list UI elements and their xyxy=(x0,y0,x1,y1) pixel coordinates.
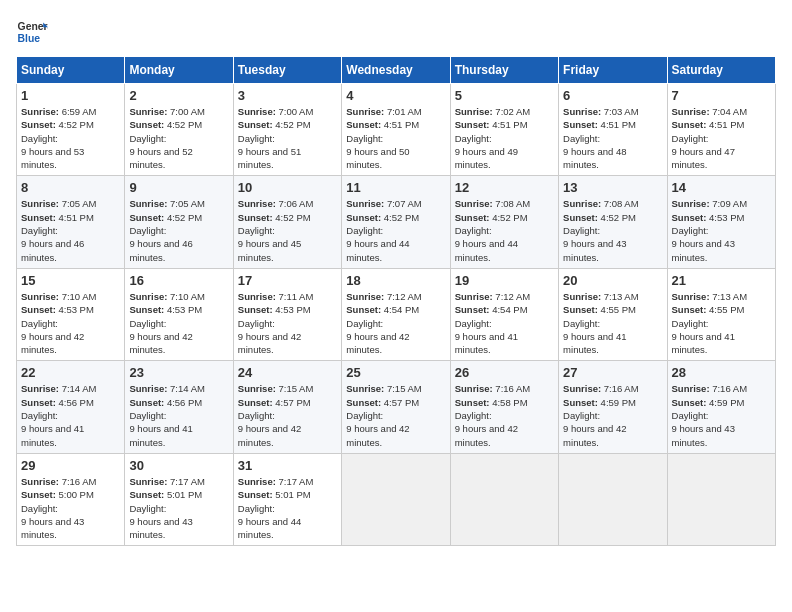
day-detail: Sunrise: 7:12 AM Sunset: 4:54 PM Dayligh… xyxy=(455,290,554,356)
day-detail: Sunrise: 7:16 AM Sunset: 4:59 PM Dayligh… xyxy=(672,382,771,448)
day-cell: 23 Sunrise: 7:14 AM Sunset: 4:56 PM Dayl… xyxy=(125,361,233,453)
day-number: 25 xyxy=(346,365,445,380)
day-detail: Sunrise: 7:08 AM Sunset: 4:52 PM Dayligh… xyxy=(563,197,662,263)
day-detail: Sunrise: 7:01 AM Sunset: 4:51 PM Dayligh… xyxy=(346,105,445,171)
day-cell: 28 Sunrise: 7:16 AM Sunset: 4:59 PM Dayl… xyxy=(667,361,775,453)
day-detail: Sunrise: 7:05 AM Sunset: 4:52 PM Dayligh… xyxy=(129,197,228,263)
day-number: 6 xyxy=(563,88,662,103)
day-cell: 27 Sunrise: 7:16 AM Sunset: 4:59 PM Dayl… xyxy=(559,361,667,453)
day-cell: 21 Sunrise: 7:13 AM Sunset: 4:55 PM Dayl… xyxy=(667,268,775,360)
day-cell: 29 Sunrise: 7:16 AM Sunset: 5:00 PM Dayl… xyxy=(17,453,125,545)
day-detail: Sunrise: 7:10 AM Sunset: 4:53 PM Dayligh… xyxy=(21,290,120,356)
day-cell: 4 Sunrise: 7:01 AM Sunset: 4:51 PM Dayli… xyxy=(342,84,450,176)
day-cell: 17 Sunrise: 7:11 AM Sunset: 4:53 PM Dayl… xyxy=(233,268,341,360)
day-detail: Sunrise: 7:06 AM Sunset: 4:52 PM Dayligh… xyxy=(238,197,337,263)
day-detail: Sunrise: 7:04 AM Sunset: 4:51 PM Dayligh… xyxy=(672,105,771,171)
weekday-header-monday: Monday xyxy=(125,57,233,84)
day-cell: 16 Sunrise: 7:10 AM Sunset: 4:53 PM Dayl… xyxy=(125,268,233,360)
day-number: 10 xyxy=(238,180,337,195)
day-detail: Sunrise: 7:09 AM Sunset: 4:53 PM Dayligh… xyxy=(672,197,771,263)
day-number: 18 xyxy=(346,273,445,288)
day-detail: Sunrise: 7:13 AM Sunset: 4:55 PM Dayligh… xyxy=(672,290,771,356)
day-cell xyxy=(559,453,667,545)
weekday-header-friday: Friday xyxy=(559,57,667,84)
day-cell xyxy=(450,453,558,545)
day-number: 5 xyxy=(455,88,554,103)
day-number: 12 xyxy=(455,180,554,195)
day-number: 28 xyxy=(672,365,771,380)
day-detail: Sunrise: 7:15 AM Sunset: 4:57 PM Dayligh… xyxy=(346,382,445,448)
day-detail: Sunrise: 7:15 AM Sunset: 4:57 PM Dayligh… xyxy=(238,382,337,448)
day-detail: Sunrise: 7:02 AM Sunset: 4:51 PM Dayligh… xyxy=(455,105,554,171)
day-cell: 19 Sunrise: 7:12 AM Sunset: 4:54 PM Dayl… xyxy=(450,268,558,360)
day-detail: Sunrise: 7:16 AM Sunset: 5:00 PM Dayligh… xyxy=(21,475,120,541)
day-number: 20 xyxy=(563,273,662,288)
day-number: 8 xyxy=(21,180,120,195)
day-detail: Sunrise: 7:05 AM Sunset: 4:51 PM Dayligh… xyxy=(21,197,120,263)
day-number: 29 xyxy=(21,458,120,473)
day-number: 14 xyxy=(672,180,771,195)
day-number: 16 xyxy=(129,273,228,288)
day-cell xyxy=(342,453,450,545)
day-detail: Sunrise: 7:11 AM Sunset: 4:53 PM Dayligh… xyxy=(238,290,337,356)
day-detail: Sunrise: 7:17 AM Sunset: 5:01 PM Dayligh… xyxy=(238,475,337,541)
page-header: General Blue xyxy=(16,16,776,48)
weekday-header-saturday: Saturday xyxy=(667,57,775,84)
day-number: 1 xyxy=(21,88,120,103)
day-detail: Sunrise: 7:14 AM Sunset: 4:56 PM Dayligh… xyxy=(129,382,228,448)
day-number: 2 xyxy=(129,88,228,103)
day-detail: Sunrise: 7:16 AM Sunset: 4:58 PM Dayligh… xyxy=(455,382,554,448)
week-row-3: 15 Sunrise: 7:10 AM Sunset: 4:53 PM Dayl… xyxy=(17,268,776,360)
day-number: 26 xyxy=(455,365,554,380)
day-number: 22 xyxy=(21,365,120,380)
day-number: 7 xyxy=(672,88,771,103)
day-cell: 22 Sunrise: 7:14 AM Sunset: 4:56 PM Dayl… xyxy=(17,361,125,453)
logo: General Blue xyxy=(16,16,48,48)
day-cell: 13 Sunrise: 7:08 AM Sunset: 4:52 PM Dayl… xyxy=(559,176,667,268)
day-number: 23 xyxy=(129,365,228,380)
week-row-5: 29 Sunrise: 7:16 AM Sunset: 5:00 PM Dayl… xyxy=(17,453,776,545)
day-number: 27 xyxy=(563,365,662,380)
weekday-header-sunday: Sunday xyxy=(17,57,125,84)
day-cell: 31 Sunrise: 7:17 AM Sunset: 5:01 PM Dayl… xyxy=(233,453,341,545)
weekday-header-wednesday: Wednesday xyxy=(342,57,450,84)
day-detail: Sunrise: 7:07 AM Sunset: 4:52 PM Dayligh… xyxy=(346,197,445,263)
day-cell: 9 Sunrise: 7:05 AM Sunset: 4:52 PM Dayli… xyxy=(125,176,233,268)
day-number: 19 xyxy=(455,273,554,288)
week-row-1: 1 Sunrise: 6:59 AM Sunset: 4:52 PM Dayli… xyxy=(17,84,776,176)
day-cell: 24 Sunrise: 7:15 AM Sunset: 4:57 PM Dayl… xyxy=(233,361,341,453)
day-number: 21 xyxy=(672,273,771,288)
day-cell: 1 Sunrise: 6:59 AM Sunset: 4:52 PM Dayli… xyxy=(17,84,125,176)
day-detail: Sunrise: 7:08 AM Sunset: 4:52 PM Dayligh… xyxy=(455,197,554,263)
day-number: 3 xyxy=(238,88,337,103)
day-number: 13 xyxy=(563,180,662,195)
day-number: 24 xyxy=(238,365,337,380)
calendar-table: SundayMondayTuesdayWednesdayThursdayFrid… xyxy=(16,56,776,546)
day-cell: 11 Sunrise: 7:07 AM Sunset: 4:52 PM Dayl… xyxy=(342,176,450,268)
day-cell: 26 Sunrise: 7:16 AM Sunset: 4:58 PM Dayl… xyxy=(450,361,558,453)
day-cell xyxy=(667,453,775,545)
weekday-header-tuesday: Tuesday xyxy=(233,57,341,84)
weekday-header-thursday: Thursday xyxy=(450,57,558,84)
day-cell: 3 Sunrise: 7:00 AM Sunset: 4:52 PM Dayli… xyxy=(233,84,341,176)
day-cell: 20 Sunrise: 7:13 AM Sunset: 4:55 PM Dayl… xyxy=(559,268,667,360)
day-detail: Sunrise: 6:59 AM Sunset: 4:52 PM Dayligh… xyxy=(21,105,120,171)
svg-text:Blue: Blue xyxy=(18,33,41,44)
week-row-4: 22 Sunrise: 7:14 AM Sunset: 4:56 PM Dayl… xyxy=(17,361,776,453)
day-cell: 2 Sunrise: 7:00 AM Sunset: 4:52 PM Dayli… xyxy=(125,84,233,176)
day-cell: 10 Sunrise: 7:06 AM Sunset: 4:52 PM Dayl… xyxy=(233,176,341,268)
day-number: 15 xyxy=(21,273,120,288)
day-number: 17 xyxy=(238,273,337,288)
day-number: 11 xyxy=(346,180,445,195)
day-cell: 8 Sunrise: 7:05 AM Sunset: 4:51 PM Dayli… xyxy=(17,176,125,268)
day-number: 31 xyxy=(238,458,337,473)
day-cell: 14 Sunrise: 7:09 AM Sunset: 4:53 PM Dayl… xyxy=(667,176,775,268)
day-detail: Sunrise: 7:03 AM Sunset: 4:51 PM Dayligh… xyxy=(563,105,662,171)
day-cell: 30 Sunrise: 7:17 AM Sunset: 5:01 PM Dayl… xyxy=(125,453,233,545)
week-row-2: 8 Sunrise: 7:05 AM Sunset: 4:51 PM Dayli… xyxy=(17,176,776,268)
day-cell: 15 Sunrise: 7:10 AM Sunset: 4:53 PM Dayl… xyxy=(17,268,125,360)
day-cell: 12 Sunrise: 7:08 AM Sunset: 4:52 PM Dayl… xyxy=(450,176,558,268)
day-cell: 6 Sunrise: 7:03 AM Sunset: 4:51 PM Dayli… xyxy=(559,84,667,176)
logo-icon: General Blue xyxy=(16,16,48,48)
day-number: 9 xyxy=(129,180,228,195)
